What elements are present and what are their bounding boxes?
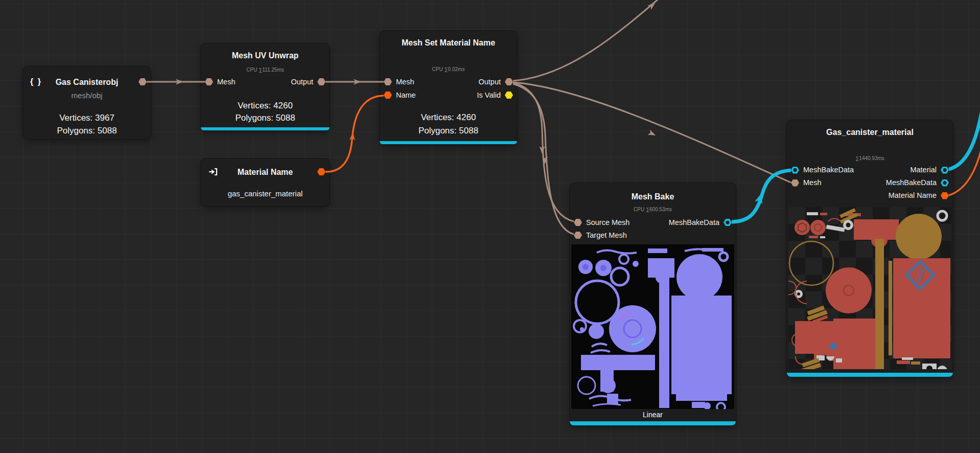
cpu-time: CPU ∑111.25ms	[201, 66, 330, 74]
output-label: Output	[478, 75, 501, 88]
wire-bake-to-material[interactable]	[732, 170, 791, 222]
output-label: Output	[291, 75, 313, 88]
accent-bar	[201, 127, 330, 130]
node-gas-canister-obj[interactable]: { } Gas Canisterobj mesh/obj Vertices: 3…	[23, 66, 151, 139]
input-label: Source Mesh	[586, 216, 629, 229]
node-mesh-set-material-name[interactable]: Mesh Set Material Name CPU ∑0.02ms Mesh …	[380, 31, 517, 144]
output-label: MeshBakeData	[886, 176, 937, 189]
stat-polygons: Polygons: 5088	[201, 112, 330, 124]
node-title: Mesh UV Unwrap	[201, 50, 330, 61]
cpu-time: CPU ∑0.02ms	[380, 66, 517, 73]
stat-vertices: Vertices: 4260	[380, 111, 517, 124]
wire-arrow	[349, 132, 356, 141]
source-mesh-input-port[interactable]	[574, 219, 582, 226]
wire-obj-to-unwrap[interactable]	[147, 79, 205, 85]
node-stats: Vertices: 4260 Polygons: 5088	[380, 111, 517, 138]
wire-setmat-to-bake-target[interactable]	[513, 84, 574, 234]
material-name-output-port[interactable]	[941, 192, 949, 199]
is-valid-output-port[interactable]	[505, 92, 513, 99]
node-title: Mesh Bake	[570, 191, 736, 202]
port-row: Mesh MeshBakeData	[787, 176, 953, 189]
wire-materialname-output-right[interactable]	[949, 142, 980, 195]
wire-arrow	[176, 79, 183, 85]
accent-bar	[380, 141, 517, 144]
cpu-time: ∑1440.93ms	[787, 155, 953, 162]
input-label: Mesh	[396, 75, 414, 88]
meshbakedata-output-port[interactable]	[941, 179, 949, 187]
port-row: Name Is Valid	[380, 88, 517, 102]
port-row: MeshBakeData Material	[787, 164, 953, 176]
wire-arrow	[539, 146, 545, 154]
wire-arrow	[647, 130, 657, 138]
mesh-input-port[interactable]	[384, 78, 392, 85]
node-stats: Vertices: 4260 Polygons: 5088	[201, 100, 330, 124]
node-title: Gas Canisterobj	[23, 76, 151, 88]
node-title: Material Name	[201, 166, 330, 178]
target-mesh-input-port[interactable]	[574, 232, 582, 239]
input-label: Name	[396, 88, 416, 102]
node-title: Gas_canister_material	[787, 126, 953, 138]
stat-polygons: Polygons: 5088	[23, 124, 151, 137]
node-stats: Vertices: 3967 Polygons: 5088	[23, 111, 151, 137]
node-subtitle: mesh/obj	[23, 90, 151, 101]
mesh-output-port[interactable]	[505, 78, 513, 85]
meshbakedata-output-port[interactable]	[724, 219, 732, 226]
wire-arrow	[647, 1, 657, 10]
node-mesh-bake[interactable]: Mesh Bake CPU ∑600.53ms Source Mesh Mesh…	[570, 183, 736, 425]
port-row: Mesh Output	[380, 75, 517, 88]
port-row: Material Name	[787, 189, 953, 202]
wire-setmat-to-bake-source[interactable]	[513, 83, 574, 221]
node-mesh-uv-unwrap[interactable]: Mesh UV Unwrap CPU ∑111.25ms Mesh Output…	[201, 43, 330, 130]
node-gas-canister-material[interactable]: Gas_canister_material ∑1440.93ms MeshBak…	[787, 120, 953, 377]
wire-material-output-right[interactable]	[949, 112, 980, 169]
input-label: Mesh	[217, 75, 235, 88]
port-row: Source Mesh MeshBakeData	[570, 216, 736, 229]
input-label: Mesh	[803, 176, 821, 189]
port-row: Mesh Output	[201, 75, 330, 88]
node-title-row: Material Name	[201, 165, 330, 179]
wire-arrow	[354, 79, 361, 85]
meshbakedata-input-port[interactable]	[791, 167, 799, 174]
output-label: Material Name	[889, 189, 937, 202]
cpu-time: CPU ∑600.53ms	[570, 206, 736, 213]
accent-bar	[787, 373, 953, 377]
accent-bar	[570, 421, 736, 425]
node-graph-canvas[interactable]: { "app": {"type": "node-graph-editor"}, …	[0, 0, 980, 453]
node-title: Mesh Set Material Name	[380, 37, 517, 49]
wire-setmat-output-up[interactable]	[513, 0, 663, 81]
name-input-port[interactable]	[384, 92, 392, 99]
mesh-input-port[interactable]	[791, 179, 799, 187]
input-label: MeshBakeData	[803, 164, 854, 176]
uv-bake-preview	[571, 244, 734, 409]
wire-unwrap-to-setmat[interactable]	[325, 79, 384, 85]
wire-arrow	[755, 191, 765, 204]
material-name-value: gas_canister_material	[201, 188, 330, 199]
material-texture-preview: GAZ	[788, 207, 951, 369]
wire-arrow	[542, 156, 548, 164]
mesh-input-port[interactable]	[205, 78, 213, 85]
node-material-name[interactable]: Material Name gas_canister_material	[201, 158, 330, 206]
material-output-port[interactable]	[941, 167, 949, 174]
output-label: MeshBakeData	[669, 216, 719, 229]
output-label: Material	[910, 164, 937, 176]
stat-vertices: Vertices: 4260	[201, 100, 330, 112]
mesh-output-port[interactable]	[317, 78, 325, 85]
stat-polygons: Polygons: 5088	[380, 124, 517, 138]
stat-vertices: Vertices: 3967	[23, 111, 151, 124]
wire-setmat-to-material-mesh[interactable]	[513, 82, 791, 183]
input-label: Target Mesh	[586, 229, 627, 242]
node-title-row: { } Gas Canisterobj	[23, 75, 151, 89]
port-row: Target Mesh	[570, 229, 736, 242]
bake-mode-label: Linear	[571, 409, 734, 420]
output-label: Is Valid	[477, 88, 501, 102]
wire-materialname-to-setmat[interactable]	[325, 96, 384, 172]
